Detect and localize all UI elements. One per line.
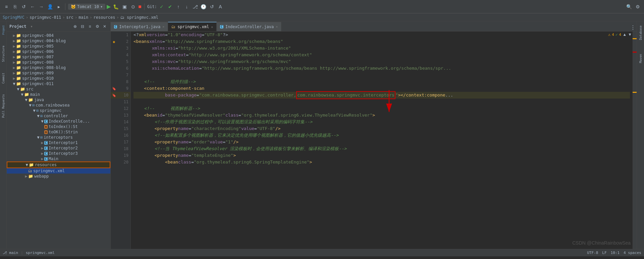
git-check-btn[interactable]: ✓: [158, 3, 165, 10]
project-dropdown[interactable]: ▾: [31, 24, 33, 29]
menu-btn[interactable]: ≡: [3, 3, 10, 10]
gutter-line-8: 8: [111, 78, 130, 85]
back-btn[interactable]: ←: [29, 3, 36, 10]
tree-item-springmvc-007[interactable]: ▶ 📁 springmvc-007: [7, 54, 110, 60]
tree-item-resources[interactable]: ▼ 📁 resources: [7, 161, 110, 168]
right-panel-icons: Database Maven: [637, 21, 644, 249]
tab-indexcontroller[interactable]: C IndexController.java ✕: [217, 22, 281, 31]
tree-item-springmvc-005[interactable]: ▶ 📁 springmvc-005: [7, 44, 110, 49]
tree-item-java[interactable]: ▼ 📁 java: [7, 97, 110, 103]
code-content[interactable]: <?xml version="1.0" encoding="UTF-8"?> <…: [131, 31, 633, 249]
encoding-status[interactable]: UTF-8: [587, 251, 598, 255]
run-config-label: Tomcat 10: [77, 4, 99, 9]
tree-item-springmvc-011[interactable]: ▼ 📁 springmvc-011: [7, 81, 110, 86]
breadcrumb-src[interactable]: src: [66, 15, 73, 20]
locate-btn[interactable]: ⊕: [72, 23, 78, 29]
pkg-val-end: ": [395, 92, 398, 99]
settings-btn[interactable]: ⚙: [634, 3, 641, 10]
forward-btn[interactable]: →: [38, 3, 45, 10]
line-numbers-gutter: 1 ◉ 2 3 4 5: [111, 31, 131, 249]
tab-close-interceptor1[interactable]: ✕: [162, 25, 164, 28]
maven-panel-toggle[interactable]: Maven: [638, 53, 643, 64]
tree-item-interceptors[interactable]: ▼ ⊞ interceptors: [7, 135, 110, 140]
tree-item-webapp[interactable]: ▶ 📁 webapp: [7, 174, 110, 179]
project-panel-toggle[interactable]: Project: [1, 24, 6, 36]
linenum-4: 4: [117, 53, 130, 57]
item-label: toIndex():St: [49, 124, 78, 129]
tree-item-interceptor3[interactable]: ▶ C Interceptor3: [7, 151, 110, 156]
tree-item-indexcontroller[interactable]: ▼ C IndexControlle...: [7, 119, 110, 124]
tree-item-main-class[interactable]: ▶ C Main: [7, 156, 110, 161]
item-label: Interceptor2: [49, 146, 78, 150]
stop-button[interactable]: ■: [138, 4, 142, 10]
copy-btn[interactable]: ⎘: [11, 3, 19, 10]
refresh-btn[interactable]: ↺: [20, 3, 28, 10]
tab-interceptor1[interactable]: C Interceptor1.java ✕: [111, 22, 168, 31]
indent-status[interactable]: 4 spaces: [624, 251, 641, 255]
xml-pi-tag: xml: [139, 31, 147, 38]
breadcrumb-springmvc[interactable]: SpringMVC: [3, 15, 24, 20]
expand-arrow: ▶: [12, 76, 16, 81]
profile-btn[interactable]: ⊙: [129, 3, 137, 10]
pull-requests-toggle[interactable]: Pull Requests: [1, 93, 6, 119]
expand-editor-btn[interactable]: ▼: [628, 32, 632, 37]
tree-item-springmvc-009[interactable]: ▶ 📁 springmvc-009: [7, 70, 110, 76]
xmlns-val: "http://www.springframework.org/schema/b…: [165, 38, 283, 45]
collapse-btn[interactable]: ⊟: [79, 23, 86, 29]
tree-item-took[interactable]: m toOK():Strin: [7, 129, 110, 135]
toolbar: ≡ ⎘ ↺ ← → 👤 ▸ 🐱 Tomcat 10 ▾ ▶ 🐛 ▣ ⊙ ■ Gi…: [0, 0, 644, 13]
tree-item-interceptor2[interactable]: ▶ C Interceptor2: [7, 145, 110, 151]
breadcrumb-main[interactable]: main: [78, 15, 88, 20]
tree-item-springmvc-004[interactable]: ▶ 📁 springmvc-004: [7, 33, 110, 38]
linenum-7: 7: [117, 73, 130, 77]
tree-item-com-rainbowsea[interactable]: ▼ ⊞ com.rainbowsea: [7, 103, 110, 108]
tree-item-controller[interactable]: ▼ ⊞ controller: [7, 113, 110, 119]
tree-item-springmvc-010[interactable]: ▶ 📁 springmvc-010: [7, 76, 110, 81]
tab-settings-btn[interactable]: ⋮: [629, 24, 637, 31]
highlights-scrollbar[interactable]: [633, 31, 637, 249]
git-tick-btn[interactable]: ✔: [166, 3, 174, 10]
debug-btn[interactable]: 🐛: [112, 3, 119, 10]
expand-btn[interactable]: ≡: [87, 23, 93, 29]
search-toolbar-btn[interactable]: 🔍: [625, 3, 633, 10]
tree-item-springmvc-xml[interactable]: 🗂 springmvc.xml: [7, 168, 110, 174]
xml-comment-18: <!--当 ThymeleafViewResolver 渲染模板时，会使用该模板…: [155, 145, 347, 152]
line-ending-status[interactable]: LF: [602, 251, 606, 255]
tree-item-springmvc-pkg[interactable]: ▼ ⊞ springmvc: [7, 108, 110, 113]
tree-item-springmvc-008[interactable]: ▶ 📁 springmvc-008: [7, 60, 110, 65]
git-push-btn[interactable]: ↑: [175, 3, 182, 10]
run-button[interactable]: ▶: [107, 3, 111, 10]
close-panel-btn[interactable]: ✕: [102, 23, 108, 29]
tree-item-springmvc-006[interactable]: ▶ 📁 springmvc-006: [7, 49, 110, 54]
tab-close-springmvc-xml[interactable]: ✕: [211, 25, 213, 29]
commit-panel-toggle[interactable]: Commit: [1, 71, 6, 85]
arrow-btn[interactable]: ▸: [55, 3, 62, 10]
settings-gear[interactable]: ⚙: [94, 23, 100, 29]
tree-item-toindex[interactable]: m toIndex():St: [7, 124, 110, 129]
collapse-editor-btn[interactable]: ▲: [623, 32, 627, 37]
tab-close-indexcontroller[interactable]: ✕: [276, 25, 278, 28]
gutter-line-13: 13: [111, 112, 130, 119]
git-history-btn[interactable]: 🕐: [200, 3, 207, 10]
git-branch-btn[interactable]: ⎇: [192, 3, 199, 10]
breadcrumb-011[interactable]: springmvc-011: [30, 15, 61, 20]
tree-item-main[interactable]: ▼ 📁 main: [7, 92, 110, 97]
git-pull-btn[interactable]: ↓: [183, 3, 191, 10]
database-panel-toggle[interactable]: Database: [638, 24, 643, 41]
tree-item-src[interactable]: ▼ 📁 src: [7, 86, 110, 92]
tab-springmvc-xml[interactable]: 🗂 springmvc.xml ✕: [168, 22, 217, 31]
breadcrumb-resources[interactable]: resources: [93, 15, 115, 20]
tree-item-interceptor1[interactable]: ▶ C Interceptor1: [7, 140, 110, 145]
project-tree: ▶ 📁 springmvc-004 ▶ 📁 springmvc-004-blog…: [7, 31, 110, 249]
git-translate-btn[interactable]: A: [217, 3, 224, 10]
git-revert-btn[interactable]: ↺: [208, 3, 216, 10]
structure-panel-toggle[interactable]: Structure: [1, 44, 6, 63]
xml-comment-12: <!-- 视图解析器-->: [144, 105, 200, 112]
tree-item-springmvc-008-blog[interactable]: ▶ 📁 springmvc-008-blog: [7, 65, 110, 70]
coverage-btn[interactable]: ▣: [121, 3, 128, 10]
tree-item-springmvc-004-blog[interactable]: ▶ 📁 springmvc-004-blog: [7, 38, 110, 44]
run-config[interactable]: 🐱 Tomcat 10 ▾: [68, 4, 105, 10]
user-btn[interactable]: 👤: [46, 3, 54, 10]
code-line-15: <property name="characterEncoding" value…: [133, 125, 630, 132]
code-line-6: xsi:schemaLocation="http://www.springfra…: [133, 65, 630, 72]
